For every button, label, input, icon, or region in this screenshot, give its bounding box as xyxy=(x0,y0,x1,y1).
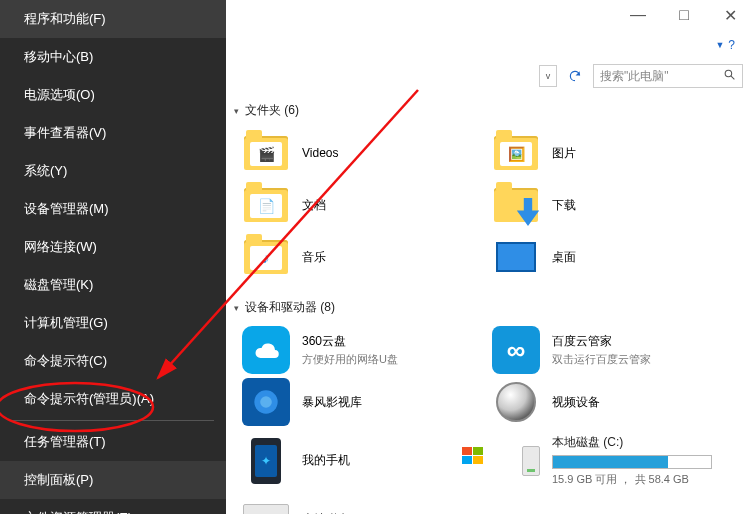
address-dropdown[interactable]: v xyxy=(539,65,557,87)
folder-label: 图片 xyxy=(552,145,576,162)
device-sub: 方便好用的网络U盘 xyxy=(302,352,398,367)
menu-computer-management[interactable]: 计算机管理(G) xyxy=(0,304,226,342)
folder-desktop[interactable]: 桌面 xyxy=(482,231,732,283)
menu-event-viewer[interactable]: 事件查看器(V) xyxy=(0,114,226,152)
section-devices-header[interactable]: ▾ 设备和驱动器 (8) xyxy=(234,299,753,316)
folder-label: 文档 xyxy=(302,197,326,214)
search-icon xyxy=(723,68,736,84)
menu-device-manager[interactable]: 设备管理器(M) xyxy=(0,190,226,228)
device-baidu-cloud[interactable]: ∞ 百度云管家 双击运行百度云管家 xyxy=(482,324,732,376)
section-folders-header[interactable]: ▾ 文件夹 (6) xyxy=(234,102,753,119)
menu-task-manager[interactable]: 任务管理器(T) xyxy=(0,423,226,461)
drive-c-icon xyxy=(492,441,540,481)
drive-free-text: 15.9 GB 可用 ， 共 58.4 GB xyxy=(552,472,712,487)
device-label: 本地磁盘 (D:) xyxy=(302,511,373,515)
windows-flag-icon xyxy=(462,447,483,464)
explorer-content: ▾ 文件夹 (6) 🎬 Videos 🖼️ 图片 📄 文档 下载 ♪ 音乐 桌面… xyxy=(232,100,753,514)
search-input[interactable]: 搜索"此电脑" xyxy=(593,64,743,88)
menu-network-connections[interactable]: 网络连接(W) xyxy=(0,228,226,266)
maximize-button[interactable]: □ xyxy=(661,0,707,30)
device-label: 暴风影视库 xyxy=(302,394,362,411)
svg-line-1 xyxy=(731,76,734,79)
search-placeholder: 搜索"此电脑" xyxy=(600,68,669,85)
window-titlebar: — □ ✕ xyxy=(615,0,753,30)
pictures-folder-icon: 🖼️ xyxy=(492,133,540,173)
winx-context-menu: 程序和功能(F) 移动中心(B) 电源选项(O) 事件查看器(V) 系统(Y) … xyxy=(0,0,226,514)
device-baofeng[interactable]: 暴风影视库 xyxy=(232,376,482,428)
device-local-disk-c[interactable]: 本地磁盘 (C:) 15.9 GB 可用 ， 共 58.4 GB xyxy=(482,428,732,493)
folder-label: Videos xyxy=(302,146,338,160)
close-button[interactable]: ✕ xyxy=(707,0,753,30)
explorer-toolbar: v 搜索"此电脑" xyxy=(226,62,753,90)
folder-pictures[interactable]: 🖼️ 图片 xyxy=(482,127,732,179)
downloads-folder-icon xyxy=(492,185,540,225)
device-label: 360云盘 xyxy=(302,333,398,350)
menu-separator xyxy=(12,420,214,421)
device-video[interactable]: 视频设备 xyxy=(482,376,732,428)
menu-mobility-center[interactable]: 移动中心(B) xyxy=(0,38,226,76)
film-library-icon xyxy=(242,382,290,422)
device-360-cloud[interactable]: 360云盘 方便好用的网络U盘 xyxy=(232,324,482,376)
device-local-disk-d[interactable]: 本地磁盘 (D:) xyxy=(232,493,482,514)
folder-label: 桌面 xyxy=(552,249,576,266)
chevron-down-icon: ▾ xyxy=(234,303,239,313)
folder-music[interactable]: ♪ 音乐 xyxy=(232,231,482,283)
device-label: 我的手机 xyxy=(302,452,350,469)
cloud-icon xyxy=(242,330,290,370)
chevron-down-icon: ▼ xyxy=(715,40,724,50)
phone-icon: ✦ xyxy=(242,441,290,481)
help-icon: ? xyxy=(728,38,735,52)
devices-grid: 360云盘 方便好用的网络U盘 ∞ 百度云管家 双击运行百度云管家 暴风影视库 … xyxy=(232,324,753,514)
menu-control-panel[interactable]: 控制面板(P) xyxy=(0,461,226,499)
folder-videos[interactable]: 🎬 Videos xyxy=(232,127,482,179)
music-folder-icon: ♪ xyxy=(242,237,290,277)
menu-system[interactable]: 系统(Y) xyxy=(0,152,226,190)
menu-file-explorer[interactable]: 文件资源管理器(E) xyxy=(0,499,226,514)
svg-point-3 xyxy=(260,396,272,408)
device-my-phone[interactable]: ✦ 我的手机 xyxy=(232,428,482,493)
menu-command-prompt[interactable]: 命令提示符(C) xyxy=(0,342,226,380)
menu-disk-management[interactable]: 磁盘管理(K) xyxy=(0,266,226,304)
help-dropdown[interactable]: ▼ ? xyxy=(715,38,735,52)
videos-folder-icon: 🎬 xyxy=(242,133,290,173)
folder-label: 音乐 xyxy=(302,249,326,266)
drive-usage-bar xyxy=(552,455,712,469)
section-folders-title: 文件夹 (6) xyxy=(245,102,299,119)
folders-grid: 🎬 Videos 🖼️ 图片 📄 文档 下载 ♪ 音乐 桌面 xyxy=(232,127,753,283)
chevron-down-icon: ▾ xyxy=(234,106,239,116)
section-devices-title: 设备和驱动器 (8) xyxy=(245,299,335,316)
documents-folder-icon: 📄 xyxy=(242,185,290,225)
menu-power-options[interactable]: 电源选项(O) xyxy=(0,76,226,114)
minimize-button[interactable]: — xyxy=(615,0,661,30)
folder-documents[interactable]: 📄 文档 xyxy=(232,179,482,231)
drive-label: 本地磁盘 (C:) xyxy=(552,434,712,451)
folder-downloads[interactable]: 下载 xyxy=(482,179,732,231)
drive-d-icon xyxy=(242,499,290,514)
desktop-folder-icon xyxy=(492,237,540,277)
refresh-button[interactable] xyxy=(563,65,587,87)
webcam-icon xyxy=(492,382,540,422)
device-sub: 双击运行百度云管家 xyxy=(552,352,651,367)
chevron-down-icon: v xyxy=(546,71,551,81)
menu-command-prompt-admin[interactable]: 命令提示符(管理员)(A) xyxy=(0,380,226,418)
menu-programs-features[interactable]: 程序和功能(F) xyxy=(0,0,226,38)
baidu-cloud-icon: ∞ xyxy=(492,330,540,370)
device-label: 百度云管家 xyxy=(552,333,651,350)
device-label: 视频设备 xyxy=(552,394,600,411)
refresh-icon xyxy=(568,69,582,83)
svg-point-0 xyxy=(725,70,732,77)
folder-label: 下载 xyxy=(552,197,576,214)
